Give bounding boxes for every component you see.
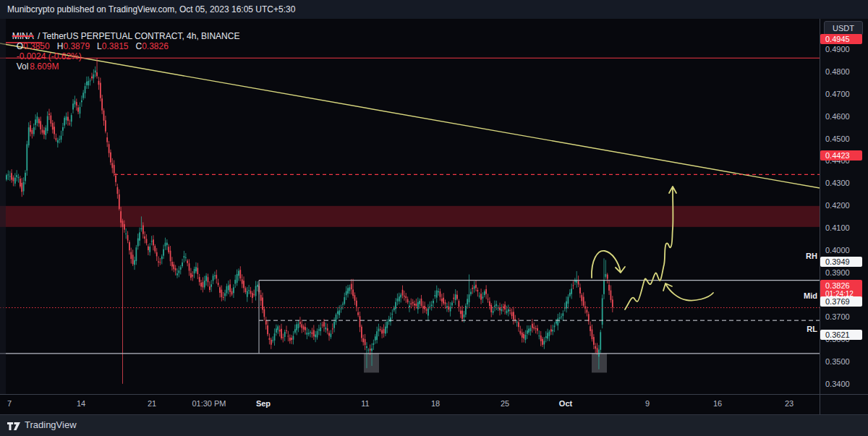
- curved-arrow-down-icon[interactable]: [592, 251, 625, 278]
- price-scale-border: [820, 19, 820, 414]
- candle-body: [477, 290, 479, 291]
- candle-body: [525, 335, 527, 340]
- candle-body: [504, 304, 506, 309]
- candle-body: [243, 281, 244, 288]
- candle-body: [612, 299, 613, 307]
- candlestick-chart[interactable]: [0, 19, 868, 436]
- candle-body: [494, 306, 495, 307]
- chart-pane[interactable]: [0, 19, 868, 414]
- candle-body: [381, 330, 383, 334]
- candle-body: [547, 333, 548, 338]
- candle-body: [298, 324, 299, 328]
- candle-body: [237, 274, 238, 283]
- tradingview-logo-icon[interactable]: [7, 421, 22, 432]
- candle-body: [459, 301, 460, 307]
- candle-body: [416, 304, 417, 306]
- candle-body: [284, 332, 286, 337]
- candle-body: [179, 270, 180, 273]
- ohlc-L-value: 0.3815: [102, 41, 129, 51]
- candle-body: [127, 235, 129, 240]
- descending-trendline[interactable]: [0, 43, 820, 188]
- candle-body: [43, 130, 45, 134]
- candle-body: [532, 324, 533, 328]
- candle-body: [475, 285, 477, 288]
- candle-body: [436, 291, 438, 298]
- candle-body: [110, 153, 111, 163]
- candle-body: [189, 263, 190, 270]
- candle-body: [443, 298, 444, 304]
- price-tick: 0.3500: [825, 357, 865, 367]
- candle-body: [590, 326, 591, 331]
- candle-body: [156, 252, 158, 257]
- candle-body: [288, 335, 289, 336]
- candle-body: [346, 291, 347, 296]
- candle-body: [190, 273, 192, 278]
- price-tick: 0.4300: [825, 179, 865, 188]
- candle-body: [93, 74, 95, 79]
- candle-body: [91, 77, 93, 79]
- candle-body: [395, 302, 396, 309]
- candle-body: [371, 349, 373, 351]
- candle-body: [267, 325, 268, 334]
- candle-body: [429, 307, 430, 307]
- candle-body: [460, 311, 461, 315]
- candle-body: [175, 268, 176, 270]
- candle-body: [139, 232, 140, 240]
- candle-body: [117, 187, 119, 194]
- candle-body: [250, 291, 252, 294]
- candle-body: [173, 265, 174, 270]
- candle-body: [165, 243, 166, 247]
- tradingview-brand[interactable]: TradingView: [25, 419, 77, 430]
- volume-value: 8.609M: [30, 61, 59, 72]
- price-tick: 0.4200: [825, 201, 865, 210]
- candle-body: [482, 296, 484, 298]
- candle-body: [327, 328, 328, 330]
- time-tick-7: 7: [7, 399, 12, 408]
- candle-body: [441, 299, 443, 302]
- curved-arrow-up-icon[interactable]: [663, 283, 713, 301]
- candle-body: [349, 287, 351, 291]
- candle-body: [213, 275, 214, 281]
- candle-body: [197, 268, 198, 274]
- candle-body: [365, 339, 366, 345]
- candle-body: [426, 309, 427, 311]
- candle-body: [422, 306, 424, 308]
- candle-body: [581, 295, 582, 301]
- candle-body: [229, 284, 231, 292]
- price-scale[interactable]: [820, 19, 868, 414]
- candle-body: [100, 83, 101, 98]
- candle-body: [262, 297, 263, 309]
- currency-unit-button[interactable]: USDT: [824, 21, 863, 35]
- candle-body: [556, 321, 557, 323]
- candle-body: [561, 317, 562, 317]
- candle-body: [219, 287, 221, 293]
- price-tick: 0.4800: [825, 67, 865, 77]
- candle-body: [323, 322, 325, 326]
- ohlc-H-value: 0.3879: [63, 41, 90, 51]
- candle-body: [21, 183, 22, 192]
- candle-body: [272, 340, 273, 341]
- volume-label: Vol: [17, 61, 29, 72]
- candle-body: [465, 306, 467, 315]
- projection-squiggle-arrow[interactable]: [625, 187, 676, 309]
- candle-body: [279, 330, 281, 332]
- candle-body: [38, 119, 40, 123]
- candle-body: [356, 301, 357, 307]
- level-tag-RH: RH: [788, 252, 817, 260]
- candle-body: [238, 271, 239, 276]
- time-tick-16: 16: [713, 399, 722, 408]
- candle-body: [322, 325, 323, 325]
- candle-body: [587, 309, 588, 312]
- symbol-name[interactable]: MINA: [12, 31, 34, 41]
- candle-body: [607, 275, 608, 279]
- candle-body: [195, 267, 197, 271]
- candle-body: [499, 307, 501, 310]
- candle-body: [42, 130, 43, 133]
- candle-body: [187, 260, 188, 262]
- candle-body: [122, 221, 124, 227]
- candle-body: [9, 176, 11, 177]
- candle-body: [199, 277, 200, 282]
- candle-body: [419, 301, 420, 304]
- ohlc-C: C0.3826: [135, 41, 169, 51]
- candle-body: [231, 291, 233, 295]
